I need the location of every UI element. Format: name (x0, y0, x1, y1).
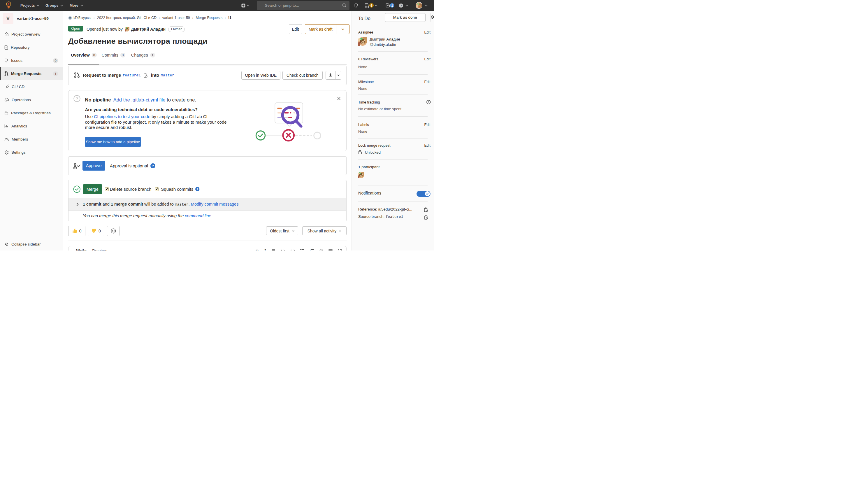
svg-text:2: 2 (310, 250, 311, 250)
svg-text:?: ? (427, 100, 429, 104)
svg-text:?: ? (152, 164, 154, 167)
svg-text:?: ? (76, 96, 78, 100)
svg-text:?: ? (400, 4, 402, 7)
